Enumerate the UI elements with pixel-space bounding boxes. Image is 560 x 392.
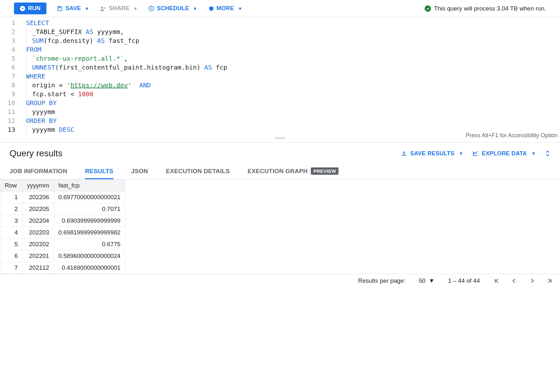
save-icon — [57, 5, 63, 12]
table-cell: 2 — [0, 203, 23, 215]
tab-json[interactable]: JSON — [131, 163, 148, 179]
code-line[interactable]: 7WHERE — [0, 72, 560, 81]
svg-point-1 — [101, 7, 103, 9]
table-cell: 0.69819999999999982 — [54, 227, 125, 239]
dropdown-icon: ▼ — [459, 151, 463, 156]
code-content[interactable]: _TABLE_SUFFIX AS yyyymm, — [21, 27, 124, 36]
table-row[interactable]: 32022040.6903999999999999 — [0, 215, 125, 227]
code-line[interactable]: 10GROUP BY — [0, 98, 560, 107]
dropdown-icon: ▼ — [85, 6, 89, 11]
line-number: 3 — [0, 36, 21, 45]
results-table-wrap[interactable]: Rowyyyymmfast_fcp 12022060.6977000000000… — [0, 179, 560, 274]
table-cell: 202205 — [23, 203, 54, 215]
line-number: 2 — [0, 27, 21, 36]
code-content[interactable]: fcp.start < 1000 — [21, 90, 93, 98]
line-number: 7 — [0, 72, 21, 81]
code-line[interactable]: 4FROM — [0, 45, 560, 54]
results-header: Query results SAVE RESULTS ▼ EXPLORE DAT… — [0, 143, 560, 163]
table-cell: 0.4169000000000001 — [54, 262, 125, 274]
table-row[interactable]: 12022060.69770000000000021 — [0, 192, 125, 203]
next-page-button[interactable] — [529, 278, 535, 284]
table-row[interactable]: 42022030.69819999999999982 — [0, 227, 125, 239]
code-content[interactable]: `chrome-ux-report.all.*`, — [21, 54, 128, 63]
save-results-button[interactable]: SAVE RESULTS ▼ — [401, 150, 463, 157]
code-line[interactable]: 6UNNEST(first_contentful_paint.histogram… — [0, 63, 560, 72]
code-line[interactable]: 12ORDER BY — [0, 116, 560, 125]
code-line[interactable]: 11yyyymm — [0, 107, 560, 116]
code-content[interactable]: UNNEST(first_contentful_paint.histogram.… — [21, 63, 227, 72]
table-cell: 0.69770000000000021 — [54, 192, 125, 203]
line-number: 11 — [0, 107, 21, 116]
share-button[interactable]: SHARE ▼ — [99, 5, 138, 12]
code-content[interactable]: SUM(fcp.density) AS fast_fcp — [21, 36, 139, 45]
rpp-value: 50 — [419, 277, 426, 284]
last-page-button[interactable] — [547, 278, 553, 284]
column-header[interactable]: yyyymm — [23, 180, 54, 192]
schedule-button[interactable]: SCHEDULE ▼ — [148, 5, 198, 12]
column-header[interactable]: Row — [0, 180, 23, 192]
rpp-select[interactable]: 50 ▼ — [419, 277, 435, 284]
code-content[interactable]: origin = 'https://web.dev' AND — [21, 81, 151, 90]
dropdown-icon: ▼ — [238, 6, 242, 11]
drag-handle-icon[interactable] — [275, 137, 285, 139]
table-row[interactable]: 52022020.6775 — [0, 239, 125, 250]
results-tabs: JOB INFORMATION RESULTS JSON EXECUTION D… — [0, 163, 560, 179]
code-content[interactable]: SELECT — [21, 18, 49, 27]
play-icon — [20, 6, 25, 11]
column-header[interactable]: fast_fcp — [54, 180, 125, 192]
dropdown-icon: ▼ — [429, 277, 435, 284]
code-line[interactable]: 1SELECT — [0, 18, 560, 27]
table-cell: 6 — [0, 250, 23, 262]
tab-execution-graph[interactable]: EXECUTION GRAPH PREVIEW — [248, 163, 339, 179]
clock-icon — [148, 5, 154, 12]
tab-job-information[interactable]: JOB INFORMATION — [10, 163, 67, 179]
code-line[interactable]: 9fcp.start < 1000 — [0, 90, 560, 98]
run-label: RUN — [28, 5, 41, 12]
more-button[interactable]: MORE ▼ — [208, 5, 242, 12]
save-button[interactable]: SAVE ▼ — [57, 5, 89, 12]
line-number: 1 — [0, 18, 21, 27]
table-row[interactable]: 62022010.58960000000000024 — [0, 250, 125, 262]
table-row[interactable]: 72021120.4169000000000001 — [0, 262, 125, 274]
table-cell: 1 — [0, 192, 23, 203]
query-validator: This query will process 3.04 TB when run… — [425, 5, 546, 12]
code-line[interactable]: 5`chrome-ux-report.all.*`, — [0, 54, 560, 63]
explore-data-button[interactable]: EXPLORE DATA ▼ — [472, 150, 536, 157]
schedule-label: SCHEDULE — [157, 5, 189, 12]
table-cell: 0.7071 — [54, 203, 125, 215]
table-cell: 202201 — [23, 250, 54, 262]
share-label: SHARE — [109, 5, 130, 12]
code-line[interactable]: 8origin = 'https://web.dev' AND — [0, 81, 560, 90]
paginator: Results per page: 50 ▼ 1 – 44 of 44 — [0, 274, 560, 288]
line-number: 10 — [0, 98, 21, 107]
code-content[interactable]: ORDER BY — [21, 116, 57, 125]
range-text: 1 – 44 of 44 — [448, 277, 480, 284]
query-toolbar: RUN SAVE ▼ SHARE ▼ SCHEDULE ▼ MORE ▼ Thi — [0, 0, 560, 17]
results-table: Rowyyyymmfast_fcp 12022060.6977000000000… — [0, 179, 125, 274]
run-button[interactable]: RUN — [14, 3, 46, 14]
editor-results-divider[interactable]: Press Alt+F1 for Accessibility Option — [0, 137, 560, 142]
gear-icon — [208, 5, 214, 12]
save-results-label: SAVE RESULTS — [410, 150, 454, 157]
preview-badge: PREVIEW — [311, 167, 338, 175]
tab-results[interactable]: RESULTS — [85, 163, 113, 179]
results-title: Query results — [10, 148, 63, 159]
code-line[interactable]: 2_TABLE_SUFFIX AS yyyymm, — [0, 27, 560, 36]
first-page-button[interactable] — [493, 278, 500, 284]
table-cell: 4 — [0, 227, 23, 239]
accessibility-hint: Press Alt+F1 for Accessibility Option — [466, 132, 557, 139]
expand-collapse-button[interactable] — [545, 150, 550, 157]
dropdown-icon: ▼ — [193, 6, 197, 11]
code-content[interactable]: yyyymm — [21, 107, 55, 116]
tab-execution-details[interactable]: EXECUTION DETAILS — [166, 163, 230, 179]
table-cell: 0.6775 — [54, 239, 125, 250]
table-cell: 202204 — [23, 215, 54, 227]
prev-page-button[interactable] — [511, 278, 517, 284]
sql-editor[interactable]: 1SELECT2_TABLE_SUFFIX AS yyyymm,3SUM(fcp… — [0, 17, 560, 137]
code-content[interactable]: WHERE — [21, 72, 45, 81]
code-line[interactable]: 3SUM(fcp.density) AS fast_fcp — [0, 36, 560, 45]
code-content[interactable]: FROM — [21, 45, 41, 54]
code-content[interactable]: GROUP BY — [21, 98, 57, 107]
table-row[interactable]: 22022050.7071 — [0, 203, 125, 215]
code-content[interactable]: yyyymm DESC — [21, 125, 74, 134]
